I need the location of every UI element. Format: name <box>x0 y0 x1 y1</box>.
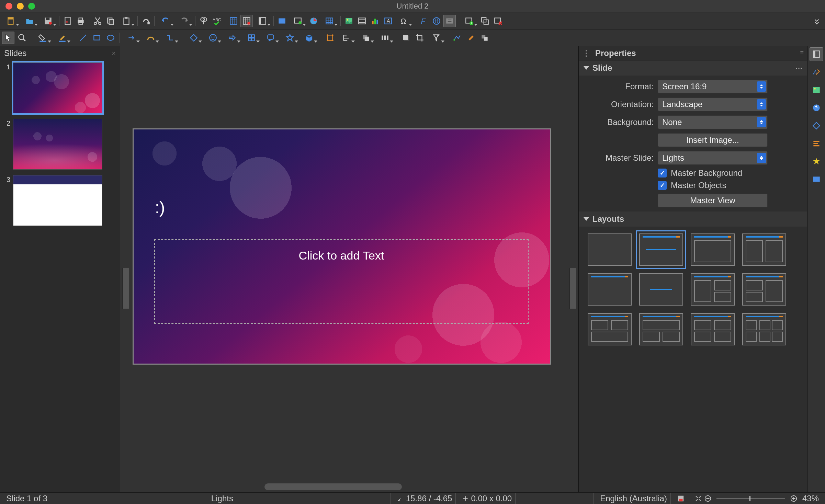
curve-tool[interactable] <box>142 32 160 44</box>
insert-chart-button[interactable] <box>307 15 320 27</box>
content-placeholder[interactable]: Click to add Text <box>154 239 529 324</box>
new-slide-button[interactable]: + <box>460 15 478 27</box>
fit-page-icon[interactable] <box>694 495 702 502</box>
slide-section-header[interactable]: Slide ⋯ <box>579 60 807 76</box>
styles-tab[interactable]: A <box>810 65 823 79</box>
minimize-window-button[interactable] <box>17 3 24 10</box>
insert-media-button[interactable] <box>356 15 368 27</box>
crop-button[interactable] <box>414 32 426 44</box>
master-view-button[interactable]: Master View <box>658 194 768 207</box>
more-options-icon[interactable]: ⋯ <box>795 64 802 72</box>
cut-button[interactable] <box>91 15 104 27</box>
export-pdf-button[interactable]: P <box>61 15 74 27</box>
shapes-tab[interactable] <box>810 119 823 133</box>
clone-formatting-button[interactable] <box>140 15 152 27</box>
layout-title-only[interactable] <box>588 273 632 306</box>
rectangle-tool[interactable] <box>91 32 103 44</box>
save-button[interactable] <box>39 15 57 27</box>
layout-blank[interactable] <box>588 233 632 266</box>
status-master-name[interactable]: Lights <box>54 493 391 504</box>
master-background-checkbox[interactable]: ✓ <box>658 169 667 177</box>
new-button[interactable] <box>2 15 20 27</box>
slide-properties-button[interactable] <box>443 15 456 27</box>
thumbnail[interactable] <box>13 175 102 226</box>
3d-button[interactable] <box>300 32 318 44</box>
insert-chart2-button[interactable] <box>369 15 381 27</box>
align-button[interactable] <box>338 32 355 44</box>
maximize-window-button[interactable] <box>28 3 35 10</box>
status-save-indicator[interactable] <box>674 493 688 504</box>
canvas-viewport[interactable]: :) Click to add Text <box>120 46 578 492</box>
snap-grid-button[interactable] <box>240 15 253 27</box>
slide-thumb-2[interactable]: 2 <box>3 119 116 170</box>
slide-transition-tab[interactable] <box>810 137 823 150</box>
redo-button[interactable] <box>175 15 193 27</box>
basic-shapes-button[interactable] <box>185 32 203 44</box>
format-select[interactable]: Screen 16:9 <box>658 80 768 93</box>
ellipse-tool[interactable] <box>104 32 117 44</box>
layout-centered[interactable] <box>639 273 683 306</box>
fill-color-button[interactable] <box>34 32 52 44</box>
connector-tool[interactable] <box>161 32 179 44</box>
line-color-button[interactable] <box>53 32 71 44</box>
rotate-button[interactable] <box>324 32 336 44</box>
paste-button[interactable] <box>117 15 135 27</box>
status-slide-count[interactable]: Slide 1 of 3 <box>3 493 51 504</box>
orientation-select[interactable]: Landscape <box>658 98 768 111</box>
close-panel-icon[interactable]: × <box>112 49 116 57</box>
open-button[interactable] <box>21 15 38 27</box>
master-slide-select[interactable]: Lights <box>658 151 768 165</box>
arrange-button[interactable] <box>357 32 375 44</box>
thumbnail[interactable] <box>13 119 102 170</box>
zoom-slider[interactable] <box>716 498 785 499</box>
master-objects-row[interactable]: ✓ Master Objects <box>579 179 807 192</box>
thumbnail[interactable] <box>13 62 102 113</box>
insert-textbox-button[interactable]: A <box>382 15 394 27</box>
insert-table-button[interactable] <box>320 15 338 27</box>
layout-six[interactable] <box>742 313 786 345</box>
slide-thumb-3[interactable]: 3 <box>3 175 116 226</box>
line-tool[interactable] <box>77 32 89 44</box>
gluepoints-button[interactable] <box>465 32 477 44</box>
print-button[interactable] <box>75 15 87 27</box>
background-select[interactable]: None <box>658 115 768 129</box>
find-button[interactable] <box>197 15 210 27</box>
layout-two-box[interactable] <box>691 273 735 306</box>
layout-row-split[interactable] <box>588 313 632 345</box>
select-tool[interactable] <box>2 32 14 44</box>
slide-title-text[interactable]: :) <box>155 198 165 217</box>
gallery-tab[interactable] <box>810 83 823 97</box>
overflow-button[interactable] <box>811 15 823 27</box>
special-char-button[interactable]: Ω <box>395 15 413 27</box>
layout-title-content[interactable] <box>639 233 683 266</box>
fontwork-button[interactable]: F <box>417 15 430 27</box>
extrusion-button[interactable] <box>478 32 491 44</box>
callout-button[interactable] <box>262 32 280 44</box>
insert-image-button[interactable] <box>343 15 355 27</box>
layout-four[interactable] <box>691 313 735 345</box>
master-objects-checkbox[interactable]: ✓ <box>658 181 667 190</box>
undo-button[interactable] <box>157 15 174 27</box>
delete-slide-button[interactable] <box>492 15 504 27</box>
collapse-left-handle[interactable] <box>122 268 129 309</box>
slide-thumb-1[interactable]: 1 <box>3 62 116 113</box>
distribute-button[interactable] <box>376 32 394 44</box>
properties-tab[interactable] <box>810 47 823 61</box>
layout-two-box-r[interactable] <box>742 273 786 306</box>
hyperlink-button[interactable] <box>430 15 443 27</box>
display-grid-button[interactable] <box>227 15 240 27</box>
spellcheck-button[interactable]: ABC <box>211 15 223 27</box>
start-presentation-button[interactable] <box>289 15 307 27</box>
layouts-section-header[interactable]: Layouts <box>579 211 807 227</box>
stars-button[interactable] <box>281 32 299 44</box>
filter-button[interactable]: ✦ <box>427 32 445 44</box>
display-views-button[interactable] <box>253 15 271 27</box>
panel-menu-icon[interactable]: ≡ <box>800 49 804 57</box>
symbol-shapes-button[interactable] <box>204 32 222 44</box>
arrow-tool[interactable] <box>123 32 140 44</box>
flowchart-button[interactable] <box>242 32 260 44</box>
zoom-out-icon[interactable] <box>704 495 712 502</box>
horizontal-scrollbar[interactable] <box>264 483 402 490</box>
master-background-row[interactable]: ✓ Master Background <box>579 167 807 179</box>
drag-handle-icon[interactable]: ⋮ <box>582 48 590 58</box>
